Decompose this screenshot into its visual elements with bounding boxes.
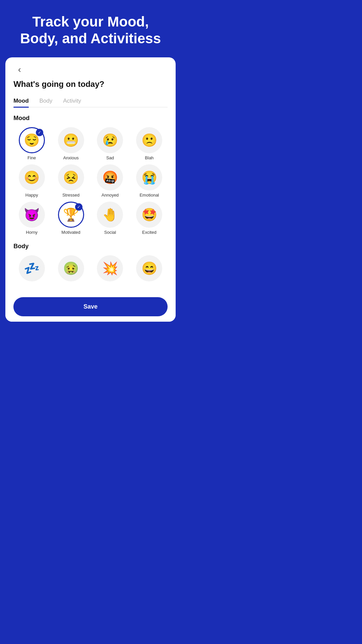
mood-circle-stressed: 😣 xyxy=(58,164,84,191)
mood-label-happy: Happy xyxy=(25,193,38,198)
mood-label-motivated: Motivated xyxy=(61,230,80,235)
body-section-label: Body xyxy=(13,243,168,250)
mood-item-sad[interactable]: 😢Sad xyxy=(92,127,128,160)
body-grid: 💤🤢💥😄 xyxy=(13,255,168,281)
mood-item-horny[interactable]: 😈Horny xyxy=(13,202,50,235)
tab-mood[interactable]: Mood xyxy=(13,95,28,107)
mood-label-annoyed: Annoyed xyxy=(102,193,119,198)
tab-body[interactable]: Body xyxy=(40,95,53,107)
mood-label-fine: Fine xyxy=(27,155,36,160)
mood-circle-emotional: 😭 xyxy=(136,164,162,191)
mood-circle-happy: 😊 xyxy=(19,164,45,191)
mood-circle-anxious: 😬 xyxy=(58,127,84,153)
mood-emoji-sad: 😢 xyxy=(102,133,118,148)
mood-label-emotional: Emotional xyxy=(139,193,159,198)
mood-section-label: Mood xyxy=(13,115,168,122)
mood-emoji-social: 🤚 xyxy=(102,207,118,222)
mood-circle-sad: 😢 xyxy=(97,127,123,153)
save-bar: Save xyxy=(5,293,176,322)
mood-emoji-emotional: 😭 xyxy=(141,170,157,185)
header-section: Track your Mood, Body, and Activitiess xyxy=(0,0,181,57)
mood-emoji-blah: 🙁 xyxy=(141,133,157,148)
body-circle-sick: 🤢 xyxy=(58,255,84,281)
mood-item-anxious[interactable]: 😬Anxious xyxy=(53,127,89,160)
mood-circle-fine: 😌✓ xyxy=(19,127,45,153)
tab-activity[interactable]: Activity xyxy=(63,95,81,107)
mood-item-social[interactable]: 🤚Social xyxy=(92,202,128,235)
mood-emoji-happy: 😊 xyxy=(24,170,40,185)
mood-circle-social: 🤚 xyxy=(97,202,123,228)
save-button[interactable]: Save xyxy=(13,297,168,316)
mood-item-happy[interactable]: 😊Happy xyxy=(13,164,50,198)
mood-emoji-excited: 🤩 xyxy=(141,207,157,222)
mood-emoji-horny: 😈 xyxy=(24,207,40,222)
body-circle-tired: 💤 xyxy=(19,255,45,281)
mood-circle-annoyed: 🤬 xyxy=(97,164,123,191)
mood-emoji-stressed: 😣 xyxy=(63,170,79,185)
mood-label-blah: Blah xyxy=(145,155,154,160)
body-item-pain[interactable]: 💥 xyxy=(92,255,128,281)
mood-circle-horny: 😈 xyxy=(19,202,45,228)
body-item-sick[interactable]: 🤢 xyxy=(53,255,89,281)
mood-label-anxious: Anxious xyxy=(63,155,78,160)
mood-label-excited: Excited xyxy=(142,230,157,235)
body-circle-pain: 💥 xyxy=(97,255,123,281)
mood-label-sad: Sad xyxy=(106,155,114,160)
mood-item-stressed[interactable]: 😣Stressed xyxy=(53,164,89,198)
mood-item-blah[interactable]: 🙁Blah xyxy=(131,127,168,160)
mood-label-horny: Horny xyxy=(26,230,38,235)
mood-label-social: Social xyxy=(104,230,116,235)
mood-checkmark-fine: ✓ xyxy=(36,129,43,136)
mood-circle-excited: 🤩 xyxy=(136,202,162,228)
mood-item-annoyed[interactable]: 🤬Annoyed xyxy=(92,164,128,198)
header-title: Track your Mood, Body, and Activitiess xyxy=(13,13,168,47)
body-item-tired[interactable]: 💤 xyxy=(13,255,50,281)
mood-item-excited[interactable]: 🤩Excited xyxy=(131,202,168,235)
mood-circle-motivated: 🏆✓ xyxy=(58,202,84,228)
mood-grid: 😌✓Fine😬Anxious😢Sad🙁Blah😊Happy😣Stressed🤬A… xyxy=(13,127,168,235)
mood-emoji-anxious: 😬 xyxy=(63,133,79,148)
mood-item-emotional[interactable]: 😭Emotional xyxy=(131,164,168,198)
mood-emoji-annoyed: 🤬 xyxy=(102,170,118,185)
back-button[interactable] xyxy=(13,64,25,76)
mood-item-fine[interactable]: 😌✓Fine xyxy=(13,127,50,160)
main-card: What's going on today? Mood Body Activit… xyxy=(5,57,176,322)
mood-label-stressed: Stressed xyxy=(62,193,79,198)
tabs-container: Mood Body Activity xyxy=(13,95,168,107)
card-question: What's going on today? xyxy=(13,79,168,89)
body-circle-energized: 😄 xyxy=(136,255,162,281)
mood-item-motivated[interactable]: 🏆✓Motivated xyxy=(53,202,89,235)
mood-checkmark-motivated: ✓ xyxy=(75,203,82,211)
body-item-energized[interactable]: 😄 xyxy=(131,255,168,281)
mood-circle-blah: 🙁 xyxy=(136,127,162,153)
